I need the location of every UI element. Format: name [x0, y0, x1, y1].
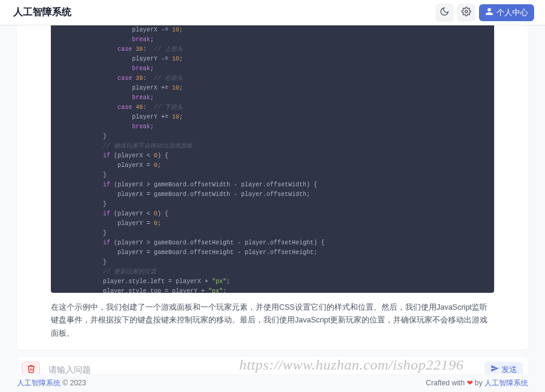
footer-author-link[interactable]: 人工智障系统 — [484, 379, 528, 387]
moon-icon — [440, 7, 449, 18]
code-block: playerX -= 10; break; case 38: // 上箭头 pl… — [51, 25, 494, 293]
gear-icon — [461, 7, 471, 18]
assistant-explanation: 在这个示例中，我们创建了一个游戏面板和一个玩家元素，并使用CSS设置它们的样式和… — [17, 301, 528, 350]
send-icon — [490, 364, 499, 374]
footer-left: 人工智障系统 © 2023 — [17, 378, 86, 388]
footer: 人工智障系统 © 2023 Crafted with ❤ by 人工智障系统 — [0, 374, 545, 392]
main-area: playerX -= 10; break; case 38: // 上箭头 pl… — [0, 25, 545, 370]
footer-copyright: © 2023 — [61, 379, 86, 387]
footer-right: Crafted with ❤ by 人工智障系统 — [426, 378, 528, 388]
footer-brand-link[interactable]: 人工智障系统 — [17, 379, 61, 387]
chat-message: playerX -= 10; break; case 38: // 上箭头 pl… — [17, 25, 528, 350]
app-title: 人工智障系统 — [13, 6, 71, 19]
svg-point-0 — [465, 10, 467, 13]
heart-icon: ❤ — [467, 379, 473, 387]
user-icon — [485, 7, 494, 18]
theme-toggle-button[interactable] — [435, 4, 454, 22]
app-header: 人工智障系统 个人中心 — [0, 0, 545, 25]
profile-label: 个人中心 — [497, 7, 528, 18]
settings-button[interactable] — [457, 4, 475, 22]
profile-button[interactable]: 个人中心 — [479, 4, 534, 21]
header-actions: 个人中心 — [435, 4, 534, 22]
